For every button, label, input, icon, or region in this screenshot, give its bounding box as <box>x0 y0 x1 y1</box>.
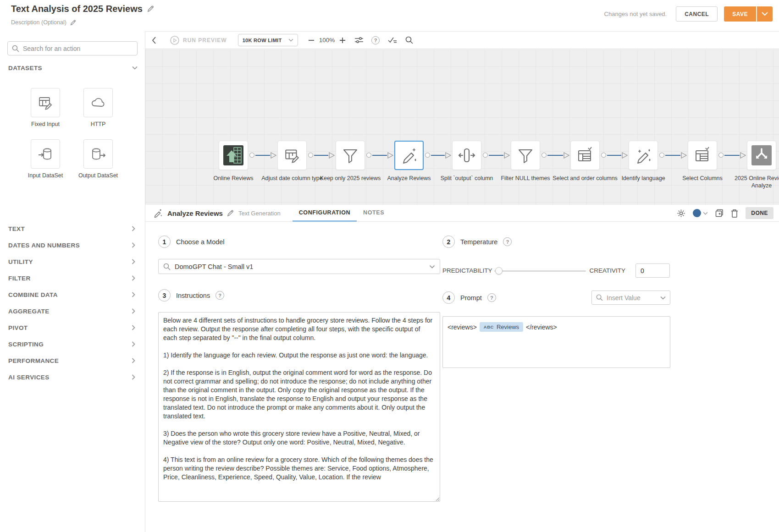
unsaved-changes-text: Changes not yet saved. <box>604 11 667 17</box>
play-icon <box>170 36 179 45</box>
category-aggregate[interactable]: AGGREGATE <box>0 303 145 319</box>
action-search[interactable] <box>7 41 138 55</box>
save-button[interactable]: SAVE <box>724 6 756 22</box>
canvas-settings-button[interactable] <box>355 37 363 44</box>
page-title: Text Analysis of 2025 Reviews <box>11 4 143 14</box>
node-keep-only-2025-reviews[interactable] <box>336 141 365 170</box>
temperature-help-icon[interactable]: ? <box>503 237 512 246</box>
instructions-help-icon[interactable]: ? <box>215 291 224 300</box>
category-text[interactable]: TEXT <box>0 220 145 237</box>
connector-line <box>255 155 270 156</box>
config-node-title: Analyze Reviews <box>167 209 223 217</box>
pipeline-canvas[interactable]: Online Reviews Adjust date column type K… <box>145 49 779 205</box>
chevron-right-icon <box>132 292 135 297</box>
cancel-button[interactable]: CANCEL <box>676 6 718 22</box>
node-2025-online-reviews-analyze[interactable] <box>747 141 776 170</box>
chevron-right-icon <box>132 275 135 281</box>
excel-dataset-icon <box>223 145 244 166</box>
reviews-column-chip[interactable]: ABC Reviews <box>480 322 523 332</box>
output-port[interactable] <box>541 153 547 158</box>
output-port[interactable] <box>366 153 371 158</box>
prompt-editor[interactable]: <reviews> ABC Reviews </reviews> <box>442 316 670 368</box>
insert-value-placeholder: Insert Value <box>607 294 657 302</box>
help-button[interactable]: ? <box>371 36 380 44</box>
validate-button[interactable] <box>388 37 397 44</box>
node-identify-language[interactable] <box>629 141 658 170</box>
output-port[interactable] <box>308 153 313 158</box>
category-combine-data[interactable]: COMBINE DATA <box>0 286 145 303</box>
node-adjust-date-column-type[interactable] <box>277 141 307 170</box>
instructions-textarea[interactable]: Below are 4 different sets of instructio… <box>158 312 440 502</box>
category-filter[interactable]: FILTER <box>0 270 145 286</box>
tab-configuration[interactable]: CONFIGURATION <box>293 205 357 222</box>
chevron-right-icon <box>132 325 135 330</box>
step-number: 4 <box>442 291 455 304</box>
edit-node-name-icon[interactable] <box>227 210 234 217</box>
done-button[interactable]: DONE <box>746 207 773 219</box>
collapse-panel-button[interactable] <box>152 37 156 44</box>
duplicate-icon[interactable] <box>715 209 724 217</box>
category-ai-services[interactable]: AI SERVICES <box>0 369 145 385</box>
node-select-and-order-columns[interactable] <box>570 141 600 170</box>
category-dates-and-numbers[interactable]: DATES AND NUMBERS <box>0 237 145 253</box>
output-port[interactable] <box>659 153 664 158</box>
zoom-level: 100% <box>319 37 335 44</box>
slider-knob[interactable] <box>495 267 503 274</box>
trash-icon[interactable] <box>731 209 738 218</box>
output-port[interactable] <box>483 153 488 158</box>
output-port[interactable] <box>425 153 430 158</box>
output-port[interactable] <box>601 153 606 158</box>
zoom-in-button[interactable] <box>339 37 346 44</box>
category-scripting[interactable]: SCRIPTING <box>0 336 145 352</box>
etl-editor: Text Analysis of 2025 Reviews Descriptio… <box>0 0 779 532</box>
edit-title-icon[interactable] <box>147 5 154 12</box>
save-options-button[interactable] <box>757 6 773 22</box>
node-analyze-reviews[interactable] <box>394 141 424 170</box>
node-color-picker[interactable] <box>693 209 708 217</box>
canvas-search-button[interactable] <box>405 36 413 44</box>
step-number: 1 <box>158 236 171 248</box>
search-icon <box>12 45 19 52</box>
color-swatch <box>693 209 701 217</box>
category-pivot[interactable]: PIVOT <box>0 319 145 336</box>
tile-input-dataset[interactable]: Input DataSet <box>19 139 72 179</box>
instructions-section-title: Instructions <box>176 292 210 299</box>
gear-icon[interactable] <box>677 209 685 218</box>
search-icon <box>163 263 171 270</box>
creativity-label: CREATIVITY <box>590 267 626 274</box>
output-port[interactable] <box>249 153 254 158</box>
model-select[interactable]: DomoGPT Chat - Small v1 <box>158 259 440 274</box>
connector-arrow-icon <box>445 152 451 159</box>
row-limit-dropdown[interactable]: 10K ROW LIMIT <box>238 34 298 46</box>
tile-output-dataset[interactable]: Output DataSet <box>72 139 125 179</box>
table-check-icon <box>576 146 594 165</box>
text-type-badge: ABC <box>484 324 494 329</box>
tile-fixed-input[interactable]: Fixed Input <box>19 88 72 127</box>
tile-http[interactable]: HTTP <box>72 88 125 127</box>
edit-description-icon[interactable] <box>70 20 76 26</box>
run-preview-button[interactable]: RUN PREVIEW <box>170 36 227 45</box>
question-icon: ? <box>371 36 380 44</box>
zoom-out-button[interactable] <box>308 37 315 44</box>
search-input[interactable] <box>23 45 133 52</box>
category-utility[interactable]: UTILITY <box>0 253 145 270</box>
temperature-value-input[interactable] <box>635 263 670 278</box>
description-label: Description (Optional) <box>11 19 66 26</box>
datasets-section-header[interactable]: DATASETS <box>8 60 138 75</box>
tab-notes[interactable]: NOTES <box>357 205 391 222</box>
node-split-output-column[interactable] <box>452 141 481 170</box>
config-panel: 1 Choose a Model DomoGPT Chat - Small v1… <box>145 222 779 532</box>
node-filter-null-themes[interactable] <box>511 141 540 170</box>
chevron-right-icon <box>132 226 135 231</box>
model-value: DomoGPT Chat - Small v1 <box>175 263 425 270</box>
node-select-columns[interactable] <box>688 141 717 170</box>
chevron-right-icon <box>132 242 135 248</box>
temperature-slider[interactable] <box>494 267 586 274</box>
category-performance[interactable]: PERFORMANCE <box>0 352 145 369</box>
output-port[interactable] <box>718 153 724 158</box>
insert-value-dropdown[interactable]: Insert Value <box>591 291 670 305</box>
prompt-help-icon[interactable]: ? <box>487 293 496 302</box>
connector-arrow-icon <box>271 152 276 159</box>
node-online-reviews[interactable] <box>219 141 248 170</box>
config-node-type: Text Generation <box>238 210 281 217</box>
